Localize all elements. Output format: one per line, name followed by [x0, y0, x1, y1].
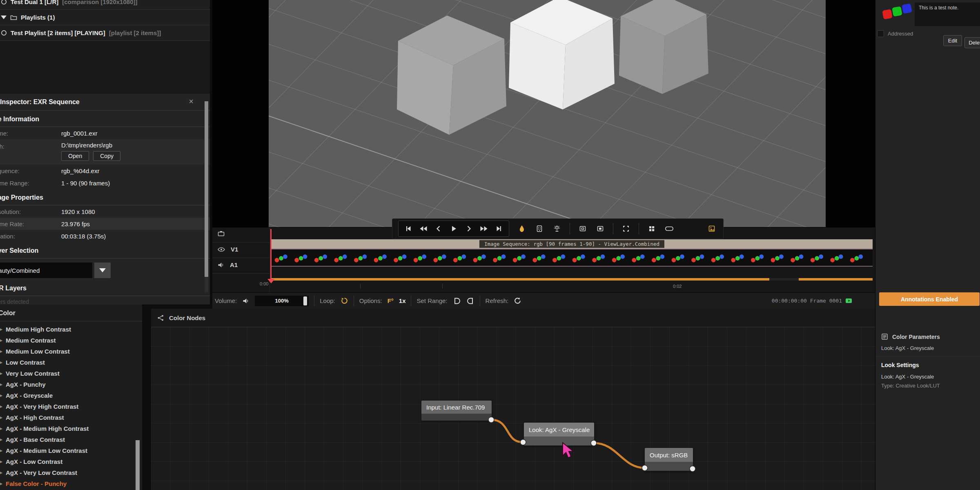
session-item-dual[interactable]: Test Dual 1 [L/R] [comparison [1920x1080…: [0, 0, 210, 10]
color-list-item[interactable]: ▸Medium High Contrast: [0, 324, 142, 335]
options-fps-toggle[interactable]: F°: [388, 297, 394, 304]
copy-button[interactable]: Copy: [93, 151, 120, 161]
color-list-scrollbar[interactable]: [136, 440, 140, 490]
color-look-list: ▸Medium High Contrast▸Medium Contrast▸Me…: [0, 321, 142, 489]
volume-slider[interactable]: 100%: [255, 296, 309, 306]
chevron-right-icon: ▸: [0, 470, 6, 475]
set-in-icon[interactable]: [453, 297, 461, 305]
close-icon[interactable]: ×: [189, 97, 194, 106]
expander-triangle-icon[interactable]: [1, 16, 7, 19]
layer-dropdown[interactable]: Beauty/Combined: [0, 263, 92, 278]
inspector-scrollbar[interactable]: [205, 101, 208, 292]
clip-label: Image Sequence: rgb [90 frames 1-90] - V…: [479, 240, 664, 248]
field-label: Resolution:: [0, 208, 61, 215]
annotation-image-icon[interactable]: [706, 223, 717, 234]
viewer-viewport[interactable]: [212, 0, 875, 227]
speaker-icon[interactable]: [217, 262, 225, 268]
node-look[interactable]: Look: AgX - Greyscale: [524, 423, 594, 445]
thumb-red-square: [882, 9, 892, 19]
chevron-right-icon: ▸: [0, 448, 6, 453]
color-list-item[interactable]: ▸AgX - High Contrast: [0, 412, 142, 423]
color-list-item[interactable]: ▸False Color - Punchy: [0, 478, 142, 489]
exr-layers-note: layers detected: [0, 298, 210, 304]
chevron-down-icon: [99, 268, 106, 272]
field-value: 00:03:18 (3.75s): [61, 233, 106, 240]
field-label: Sequence:: [0, 167, 61, 174]
color-list-item-label: AgX - Very Low Contrast: [6, 469, 77, 476]
playhead[interactable]: [270, 229, 272, 280]
mask-box-icon[interactable]: [595, 223, 606, 234]
chevron-right-icon: ▸: [0, 437, 6, 442]
color-list-item-label: AgX - Very High Contrast: [6, 403, 78, 410]
folder-icon: [10, 14, 17, 20]
skip-start-button[interactable]: [403, 223, 414, 234]
color-list-item-label: Medium High Contrast: [6, 326, 71, 333]
volume-speaker-icon[interactable]: [242, 298, 249, 304]
dither-grid-icon[interactable]: [534, 223, 545, 234]
color-list-item[interactable]: ▸Medium Low Contrast: [0, 346, 142, 357]
play-button[interactable]: [448, 223, 459, 234]
color-list-item[interactable]: ▸Very Low Contrast: [0, 368, 142, 379]
safe-area-icon[interactable]: [577, 223, 588, 234]
tile-layout-icon[interactable]: [646, 223, 657, 234]
color-list-item[interactable]: ▸AgX - Low Contrast: [0, 456, 142, 467]
node-look-label: Look: AgX - Greyscale: [524, 423, 594, 437]
set-out-icon[interactable]: [466, 297, 474, 305]
step-back-button[interactable]: [433, 223, 444, 234]
node-input[interactable]: Input: Linear Rec.709: [421, 401, 492, 421]
color-list-item[interactable]: ▸Low Contrast: [0, 357, 142, 368]
color-list-item[interactable]: ▸AgX - Very Low Contrast: [0, 467, 142, 478]
color-list-item[interactable]: ▸AgX - Medium Low Contrast: [0, 445, 142, 456]
clip-thumbnail-strip[interactable]: [271, 249, 873, 267]
color-list-item[interactable]: ▸AgX - Greyscale: [0, 390, 142, 401]
chevron-right-icon: ▸: [0, 404, 6, 409]
step-forward-button[interactable]: [463, 223, 474, 234]
color-list-item[interactable]: ▸AgX - Base Contrast: [0, 434, 142, 445]
session-item-label: Test Playlist [2 items] [PLAYING]: [11, 29, 105, 36]
loop-icon[interactable]: [341, 297, 348, 305]
color-list-item[interactable]: ▸AgX - Very High Contrast: [0, 401, 142, 412]
projector-light-icon[interactable]: [551, 223, 563, 234]
edit-note-button[interactable]: Edit: [943, 35, 962, 46]
volume-slider-handle[interactable]: [303, 296, 307, 305]
field-value: rgb_0001.exr: [61, 130, 97, 137]
annotations-enabled-button[interactable]: Annotations Enabled: [879, 292, 980, 306]
layer-dropdown-button[interactable]: [94, 263, 111, 278]
color-list-item[interactable]: ▸Medium Contrast: [0, 335, 142, 346]
field-frame-rate: Frame Rate: 23.976 fps: [0, 218, 210, 230]
playhead-marker-icon[interactable]: [267, 279, 275, 287]
color-list-item[interactable]: ▸AgX - Punchy: [0, 379, 142, 390]
delete-note-button[interactable]: Delete: [964, 37, 980, 48]
node-canvas[interactable]: [151, 327, 875, 490]
color-list-item-label: False Color - Punchy: [6, 480, 67, 487]
field-frame-range: Frame Range: 1 - 90 (90 frames): [0, 177, 210, 189]
session-item-playlist[interactable]: Test Playlist [2 items] [PLAYING] [playl…: [0, 25, 210, 41]
ruler-label-2s: 0:02: [673, 284, 682, 289]
session-item-playlists[interactable]: Playlists (1): [0, 10, 210, 25]
eye-icon[interactable]: [217, 246, 225, 253]
fast-forward-button[interactable]: [478, 223, 490, 234]
current-look-line: Look: AgX - Greyscale: [881, 345, 980, 351]
film-icon[interactable]: [217, 230, 225, 237]
color-droplet-icon[interactable]: [516, 223, 528, 234]
timecode-display: 00:00:00:00 Frame 0001: [772, 298, 842, 304]
track-v1[interactable]: V1: [217, 246, 238, 253]
node-output[interactable]: Output: sRGB: [645, 448, 693, 471]
look-type: Type: Creative Look/LUT: [881, 383, 980, 389]
volume-label: Volume:: [215, 297, 237, 304]
skip-end-button[interactable]: [493, 223, 505, 234]
track-label: V1: [231, 246, 238, 253]
look-value: Look: AgX - Greyscale: [881, 374, 980, 380]
color-list-item[interactable]: ▸AgX - Medium High Contrast: [0, 423, 142, 434]
video-clip-bar[interactable]: Image Sequence: rgb [90 frames 1-90] - V…: [271, 239, 873, 249]
fast-rewind-button[interactable]: [418, 223, 429, 234]
open-button[interactable]: Open: [61, 151, 89, 161]
options-speed-toggle[interactable]: 1x: [399, 297, 406, 304]
refresh-icon[interactable]: [514, 297, 521, 305]
track-a1[interactable]: A1: [217, 261, 238, 268]
addressed-checkbox[interactable]: [877, 30, 884, 37]
letterbox-icon[interactable]: [664, 223, 675, 234]
frame-chip-icon[interactable]: [845, 298, 852, 304]
timeline-scrub-bar[interactable]: [271, 278, 873, 281]
fullscreen-icon[interactable]: [620, 223, 632, 234]
